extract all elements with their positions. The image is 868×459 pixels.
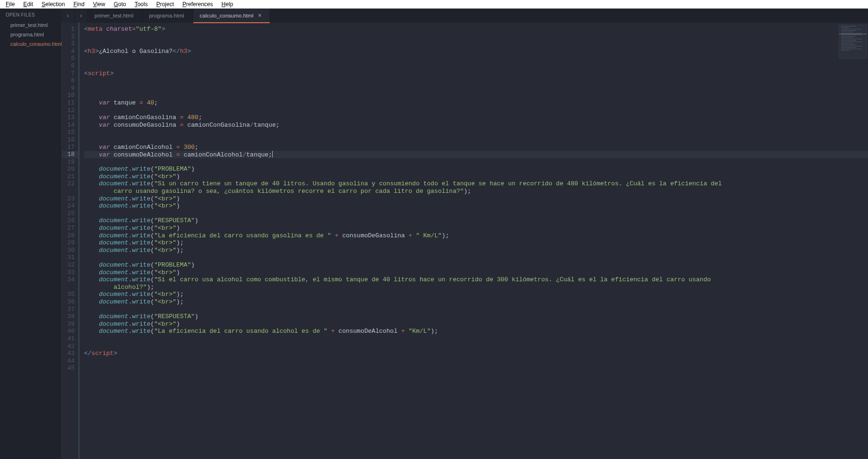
open-file-item[interactable]: programa.html (0, 30, 61, 39)
nav-forward-button[interactable]: › (75, 9, 88, 23)
chevron-right-icon: › (80, 12, 82, 19)
minimap[interactable] (839, 25, 867, 59)
nav-back-button[interactable]: ‹ (61, 9, 75, 23)
menu-preferences[interactable]: Preferences (179, 0, 217, 8)
chevron-left-icon: ‹ (67, 12, 69, 19)
menu-bar: FileEditSelectionFindViewGotoToolsProjec… (0, 0, 868, 9)
menu-edit[interactable]: Edit (19, 0, 37, 8)
tab-bar: ‹ › primer_test.htmlprograma.htmlcalculo… (61, 9, 868, 23)
menu-help[interactable]: Help (218, 0, 237, 8)
line-number-gutter: 1234567891011121314151617181920212223242… (61, 23, 78, 459)
tab[interactable]: programa.html (142, 9, 193, 23)
open-file-item[interactable]: calculo_consumo.html (0, 39, 61, 49)
menu-find[interactable]: Find (69, 0, 88, 8)
menu-goto[interactable]: Goto (110, 0, 130, 8)
menu-project[interactable]: Project (153, 0, 178, 8)
editor-main: ‹ › primer_test.htmlprograma.htmlcalculo… (61, 9, 868, 459)
tab[interactable]: primer_test.html (88, 9, 142, 23)
tab-label: primer_test.html (95, 13, 133, 18)
code-area[interactable]: <meta charset="utf-8"><h3>¿Alcohol o Gas… (78, 23, 868, 459)
text-cursor (272, 151, 273, 157)
open-file-item[interactable]: primer_test.html (0, 20, 61, 30)
tab[interactable]: calculo_consumo.html× (193, 9, 271, 23)
menu-selection[interactable]: Selection (38, 0, 69, 8)
tab-label: calculo_consumo.html (200, 13, 254, 18)
editor[interactable]: 1234567891011121314151617181920212223242… (61, 23, 868, 459)
menu-tools[interactable]: Tools (131, 0, 152, 8)
menu-file[interactable]: File (2, 0, 18, 8)
sidebar: OPEN FILES primer_test.htmlprograma.html… (0, 9, 61, 459)
tab-label: programa.html (149, 13, 184, 18)
sidebar-heading: OPEN FILES (0, 9, 61, 20)
menu-view[interactable]: View (89, 0, 109, 8)
close-icon[interactable]: × (258, 12, 261, 19)
